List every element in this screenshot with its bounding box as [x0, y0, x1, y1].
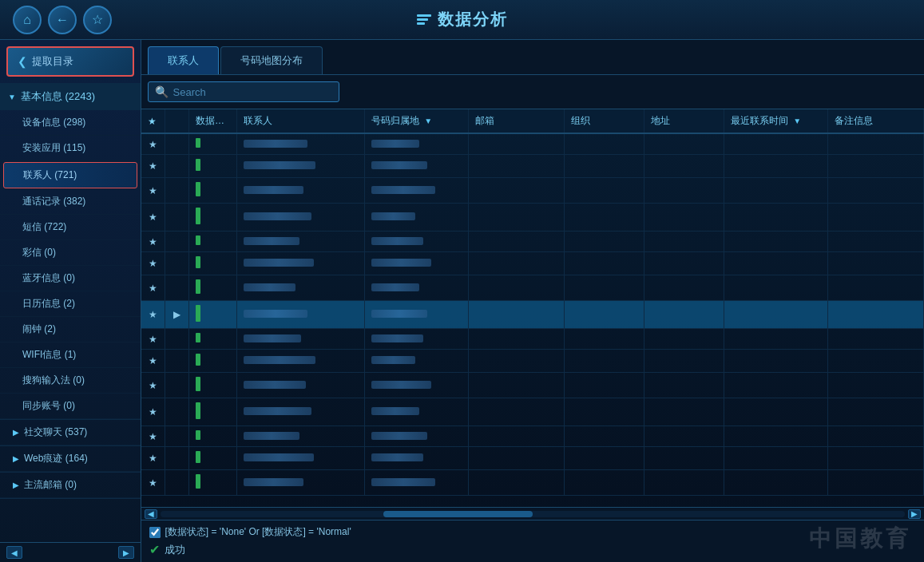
h-scroll-track[interactable] — [161, 511, 906, 517]
sidebar-item-sms[interactable]: 短信 (722) — [0, 215, 141, 240]
star-button[interactable]: ☆ — [83, 6, 112, 34]
star-cell[interactable]: ★ — [141, 134, 165, 155]
star-cell[interactable]: ★ — [141, 204, 165, 232]
sidebar-scroll-left[interactable]: ◀ — [6, 546, 22, 559]
table-row[interactable]: ★ — [141, 178, 924, 204]
data-status-cell — [189, 350, 237, 373]
sidebar-group-email-header[interactable]: ▶ 主流邮箱 (0) — [0, 473, 141, 498]
sidebar-scroll-right[interactable]: ▶ — [118, 546, 134, 559]
table-scroll-area[interactable]: ★ ★ — [141, 134, 925, 507]
expand-cell[interactable] — [165, 178, 189, 204]
col-note[interactable]: 备注信息 — [828, 109, 924, 133]
col-last-contact[interactable]: 最近联系时间 ▼ — [724, 109, 828, 133]
sidebar-item-alarm[interactable]: 闹钟 (2) — [0, 317, 141, 342]
col-data[interactable]: 数据… — [189, 109, 237, 133]
table-row[interactable]: ★ — [141, 447, 924, 470]
sidebar-item-bluetooth[interactable]: 蓝牙信息 (0) — [0, 266, 141, 291]
table-row[interactable]: ★ — [141, 134, 924, 155]
star-cell[interactable]: ★ — [141, 252, 165, 275]
star-cell[interactable]: ★ — [141, 275, 165, 301]
sidebar-item-sync[interactable]: 同步账号 (0) — [0, 394, 141, 419]
note-cell — [828, 350, 924, 373]
tab-phone-map[interactable]: 号码地图分布 — [220, 46, 323, 74]
table-row[interactable]: ★ — [141, 204, 924, 232]
contact-name-cell — [237, 134, 365, 155]
expand-cell[interactable] — [165, 398, 189, 426]
table-row[interactable]: ★ — [141, 350, 924, 373]
star-cell[interactable]: ★ — [141, 232, 165, 252]
sidebar-item-device[interactable]: 设备信息 (298) — [0, 110, 141, 136]
sidebar-group-web-header[interactable]: ▶ Web痕迹 (164) — [0, 446, 141, 472]
expand-cell[interactable] — [165, 134, 189, 155]
content-area: 联系人 号码地图分布 🔍 ★ — [141, 40, 925, 562]
expand-cell[interactable] — [165, 329, 189, 350]
sidebar-group-basic-header[interactable]: ▼ 基本信息 (2243) — [0, 83, 141, 110]
star-cell[interactable]: ★ — [141, 178, 165, 204]
star-cell[interactable]: ★ — [141, 470, 165, 496]
extract-dir-button[interactable]: ❮ 提取目录 — [6, 46, 134, 77]
star-cell[interactable]: ★ — [141, 155, 165, 178]
tab-contacts[interactable]: 联系人 — [148, 46, 219, 74]
table-row[interactable]: ★ — [141, 329, 924, 350]
sidebar-item-apps[interactable]: 安装应用 (115) — [0, 136, 141, 161]
expand-cell[interactable]: ▶ — [165, 301, 189, 329]
h-scroll-thumb[interactable] — [383, 511, 533, 517]
last-contact-cell — [724, 301, 828, 329]
sidebar-item-mms[interactable]: 彩信 (0) — [0, 240, 141, 266]
contact-name-cell — [237, 232, 365, 252]
star-cell[interactable]: ★ — [141, 447, 165, 470]
h-scroll-left-button[interactable]: ◀ — [145, 509, 157, 519]
table-row[interactable]: ★ ▶ — [141, 301, 924, 329]
col-org[interactable]: 组织 — [565, 109, 644, 133]
table-row[interactable]: ★ — [141, 470, 924, 496]
star-cell[interactable]: ★ — [141, 398, 165, 426]
col-phone-region[interactable]: 号码归属地 ▼ — [365, 109, 469, 133]
table-row[interactable]: ★ — [141, 155, 924, 178]
expand-cell[interactable] — [165, 155, 189, 178]
last-contact-cell — [724, 252, 828, 275]
email-cell — [469, 232, 565, 252]
expand-cell[interactable] — [165, 275, 189, 301]
expand-cell[interactable] — [165, 470, 189, 496]
col-email[interactable]: 邮箱 — [469, 109, 565, 133]
sidebar-item-calendar[interactable]: 日历信息 (2) — [0, 291, 141, 317]
phone-region-cell — [365, 301, 469, 329]
sidebar-item-call-records[interactable]: 通话记录 (382) — [0, 189, 141, 215]
table-row[interactable]: ★ — [141, 275, 924, 301]
sidebar-item-wifi[interactable]: WIFI信息 (1) — [0, 342, 141, 368]
col-contact[interactable]: 联系人 — [237, 109, 365, 133]
h-scroll-right-button[interactable]: ▶ — [908, 509, 921, 519]
table-row[interactable]: ★ — [141, 232, 924, 252]
expand-cell[interactable] — [165, 204, 189, 232]
home-button[interactable]: ⌂ — [13, 6, 42, 34]
expand-cell[interactable] — [165, 373, 189, 398]
table-row[interactable]: ★ — [141, 426, 924, 447]
star-cell[interactable]: ★ — [141, 350, 165, 373]
sidebar-group-social-header[interactable]: ▶ 社交聊天 (537) — [0, 420, 141, 445]
expand-cell[interactable] — [165, 252, 189, 275]
col-addr[interactable]: 地址 — [644, 109, 724, 133]
data-status-cell — [189, 447, 237, 470]
expand-cell[interactable] — [165, 350, 189, 373]
table-row[interactable]: ★ — [141, 252, 924, 275]
star-cell[interactable]: ★ — [141, 329, 165, 350]
search-input[interactable] — [173, 86, 317, 98]
sidebar-item-contacts[interactable]: 联系人 (721) — [3, 162, 137, 188]
star-cell[interactable]: ★ — [141, 373, 165, 398]
contact-name-cell — [237, 373, 365, 398]
table-row[interactable]: ★ — [141, 373, 924, 398]
back-button[interactable]: ← — [48, 6, 77, 34]
email-cell — [469, 178, 565, 204]
horizontal-scrollbar[interactable]: ◀ ▶ — [141, 507, 925, 520]
expand-cell[interactable] — [165, 447, 189, 470]
email-cell — [469, 252, 565, 275]
table-row[interactable]: ★ — [141, 398, 924, 426]
star-cell[interactable]: ★ — [141, 426, 165, 447]
expand-cell[interactable] — [165, 426, 189, 447]
filter-checkbox[interactable] — [149, 527, 161, 538]
org-cell — [565, 178, 644, 204]
phone-region-cell — [365, 398, 469, 426]
star-cell[interactable]: ★ — [141, 301, 165, 329]
expand-cell[interactable] — [165, 232, 189, 252]
sidebar-item-sogou[interactable]: 搜狗输入法 (0) — [0, 368, 141, 394]
